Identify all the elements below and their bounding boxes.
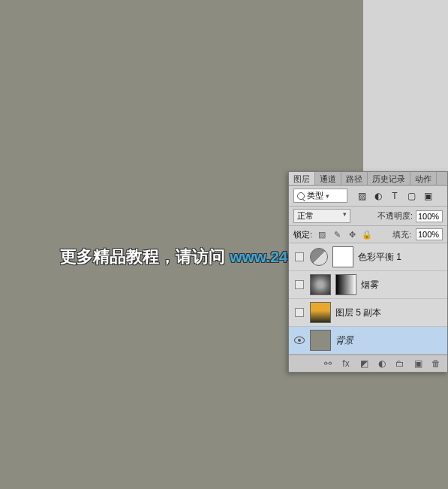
delete-layer-icon[interactable]: 🗑 (431, 358, 441, 369)
layer-name: 背景 (335, 334, 353, 347)
layer-list: 色彩平衡 1 烟雾 图层 5 副本 背景 (289, 243, 447, 355)
blend-mode-value: 正常 (297, 210, 314, 222)
fill-input[interactable]: 100% (416, 228, 443, 240)
visibility-toggle[interactable] (293, 280, 305, 289)
visibility-toggle[interactable] (293, 308, 305, 317)
chevron-down-icon: ▾ (326, 192, 329, 200)
blend-row: 正常 ▾ 不透明度: 100% (289, 207, 447, 226)
layer-thumb[interactable] (310, 330, 331, 351)
tab-history[interactable]: 历史记录 (368, 172, 410, 185)
layer-thumb[interactable] (310, 274, 331, 295)
search-icon (297, 192, 305, 200)
new-layer-icon[interactable]: ▣ (413, 358, 423, 369)
layer-mask-icon[interactable]: ◩ (359, 358, 369, 369)
opacity-input[interactable]: 100% (416, 210, 443, 222)
filter-pixel-icon[interactable]: ▨ (356, 191, 367, 201)
panel-tabs: 图层 通道 路径 历史记录 动作 (289, 172, 447, 186)
group-icon[interactable]: 🗀 (395, 358, 405, 369)
filter-shape-icon[interactable]: ▢ (406, 191, 416, 201)
filter-label: 类型 (307, 190, 323, 201)
watermark-label: 更多精品教程，请访问 (60, 247, 225, 266)
layer-mask-thumb[interactable] (335, 274, 356, 295)
visibility-off-icon (295, 280, 304, 289)
filter-icons: ▨ ◐ T ▢ ▣ (356, 191, 433, 201)
adjustment-layer-icon[interactable]: ◐ (377, 358, 387, 369)
lock-pixels-icon[interactable]: ✎ (332, 229, 342, 240)
layer-item-color-balance[interactable]: 色彩平衡 1 (289, 243, 447, 271)
layer-item-background[interactable]: 背景 (289, 327, 447, 355)
visibility-off-icon (295, 308, 304, 317)
lock-all-icon[interactable]: 🔒 (362, 229, 372, 240)
layer-mask-thumb[interactable] (332, 246, 353, 267)
tab-channels[interactable]: 通道 (315, 172, 341, 185)
lock-label: 锁定: (293, 229, 312, 240)
lock-transparent-icon[interactable]: ▨ (317, 229, 327, 240)
layer-thumb[interactable] (310, 302, 331, 323)
chevron-down-icon: ▾ (343, 210, 347, 222)
blend-mode-dropdown[interactable]: 正常 ▾ (293, 209, 350, 223)
layer-style-icon[interactable]: fx (341, 358, 351, 369)
adjustment-icon (310, 248, 328, 266)
tab-paths[interactable]: 路径 (341, 172, 368, 185)
layer-item-smoke[interactable]: 烟雾 (289, 271, 447, 299)
layers-panel: 图层 通道 路径 历史记录 动作 类型 ▾ ▨ ◐ T ▢ ▣ 正常 ▾ 不透明… (288, 171, 448, 373)
filter-row: 类型 ▾ ▨ ◐ T ▢ ▣ (289, 186, 447, 207)
filter-text-icon[interactable]: T (389, 191, 400, 201)
layer-name: 烟雾 (361, 279, 379, 291)
layer-name: 图层 5 副本 (335, 306, 381, 319)
filter-type-dropdown[interactable]: 类型 ▾ (293, 189, 347, 203)
link-layers-icon[interactable]: ⚯ (323, 358, 333, 369)
layer-name: 色彩平衡 1 (358, 251, 401, 264)
eye-icon (294, 337, 305, 344)
visibility-toggle[interactable] (293, 252, 305, 261)
tab-layers[interactable]: 图层 (289, 172, 315, 185)
app-background (363, 0, 448, 171)
visibility-toggle[interactable] (293, 337, 305, 344)
fill-label: 填充: (392, 229, 411, 240)
filter-adjust-icon[interactable]: ◐ (373, 191, 383, 201)
lock-position-icon[interactable]: ✥ (347, 229, 357, 240)
tab-actions[interactable]: 动作 (410, 172, 437, 185)
lock-icons: ▨ ✎ ✥ 🔒 (317, 229, 372, 240)
opacity-label: 不透明度: (377, 210, 413, 222)
panel-footer: ⚯ fx ◩ ◐ 🗀 ▣ 🗑 (289, 355, 447, 372)
visibility-off-icon (295, 252, 304, 261)
lock-row: 锁定: ▨ ✎ ✥ 🔒 填充: 100% (289, 226, 447, 243)
layer-item-layer5copy[interactable]: 图层 5 副本 (289, 299, 447, 327)
filter-smart-icon[interactable]: ▣ (422, 191, 433, 201)
